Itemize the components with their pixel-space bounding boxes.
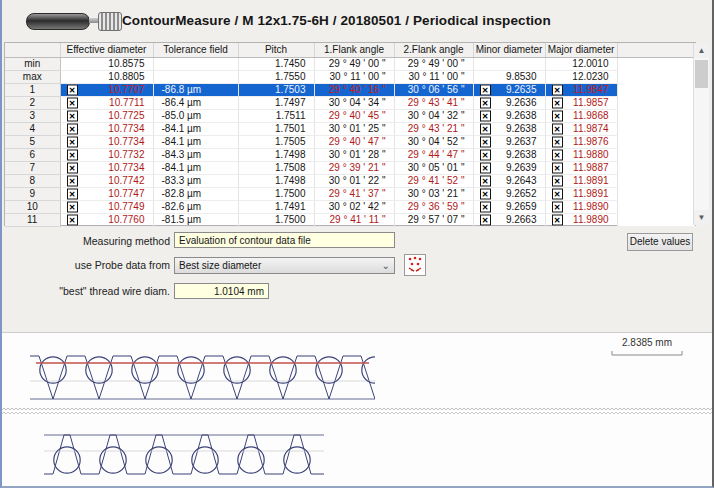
cell-major[interactable]: ✕11.9887 [545,161,617,174]
measured-checkbox[interactable]: ✕ [67,188,78,199]
cell-flank1[interactable]: 30 ° 01 ' 28 " [314,148,394,161]
measuring-method-input[interactable] [174,232,395,248]
table-row[interactable]: 11✕10.7760-81.5 µm1.750029 ° 41 ' 11 "29… [5,213,695,226]
table-row[interactable]: 5✕10.7734-84.1 µm1.750529 ° 40 ' 47 "30 … [5,135,695,148]
table-row[interactable]: 9✕10.7747-82.8 µm1.750029 ° 41 ' 37 "30 … [5,187,695,200]
cell-major[interactable]: ✕11.9890 [545,213,617,226]
cell-minor[interactable]: ✕9.2652 [473,187,545,200]
cell-flank2[interactable]: 29 ° 57 ' 07 " [394,213,473,226]
measured-checkbox[interactable]: ✕ [552,97,563,108]
measured-checkbox[interactable]: ✕ [480,84,491,95]
scrollbar-thumb[interactable] [695,60,708,88]
cell-pitch[interactable]: 1.7505 [238,135,314,148]
row-label[interactable]: 9 [5,187,60,200]
cell-pitch[interactable]: 1.7508 [238,161,314,174]
cell-flank1[interactable]: 30 ° 01 ' 22 " [314,174,394,187]
measured-checkbox[interactable]: ✕ [67,110,78,121]
column-header[interactable]: Minor diameter [473,43,545,57]
measured-checkbox[interactable]: ✕ [552,162,563,173]
cell-flank1[interactable]: 29 ° 49 ' 00 " [314,57,394,70]
cell-tolerance[interactable]: -84.3 µm [153,148,238,161]
measured-checkbox[interactable]: ✕ [552,110,563,121]
chevron-down-icon[interactable]: ⌄ [382,258,390,273]
cell-flank1[interactable]: 29 ° 40 ' 16 " [314,83,394,96]
cell-effective[interactable]: ✕10.7734 [60,161,153,174]
cell-minor[interactable]: ✕9.2659 [473,200,545,213]
table-row[interactable]: 4✕10.7734-84.1 µm1.750130 ° 01 ' 25 "29 … [5,122,695,135]
cell-tolerance[interactable]: -84.1 µm [153,135,238,148]
cell-major[interactable]: ✕11.9868 [545,109,617,122]
measured-checkbox[interactable]: ✕ [480,123,491,134]
table-row[interactable]: 10✕10.7749-82.6 µm1.749130 ° 02 ' 42 "29… [5,200,695,213]
cell-minor[interactable] [473,57,545,70]
column-header[interactable]: Major diameter [545,43,617,57]
column-header[interactable]: Pitch [238,43,314,57]
cell-pitch[interactable]: 1.7500 [238,213,314,226]
cell-flank2[interactable]: 30 ° 04 ' 52 " [394,135,473,148]
table-row[interactable]: 2✕10.7711-86.4 µm1.749730 ° 04 ' 34 "29 … [5,96,695,109]
cell-effective[interactable]: ✕10.7747 [60,187,153,200]
measured-checkbox[interactable]: ✕ [552,84,563,95]
measured-checkbox[interactable]: ✕ [552,214,563,225]
cell-pitch[interactable]: 1.7450 [238,57,314,70]
column-header[interactable]: Tolerance field [153,43,238,57]
cell-flank2[interactable]: 30 ° 11 ' 00 " [394,70,473,83]
measured-checkbox[interactable]: ✕ [480,149,491,160]
measured-checkbox[interactable]: ✕ [67,123,78,134]
row-label[interactable]: 6 [5,148,60,161]
cell-effective[interactable]: ✕10.7725 [60,109,153,122]
delete-values-button[interactable]: Delete values [627,233,693,251]
cell-tolerance[interactable]: -82.6 µm [153,200,238,213]
scroll-up-icon[interactable]: ▲ [694,43,709,58]
row-label[interactable]: max [5,70,60,83]
cell-major[interactable]: ✕11.9847 [545,83,617,96]
measured-checkbox[interactable]: ✕ [67,97,78,108]
column-header[interactable] [5,43,60,57]
cell-major[interactable]: ✕11.9891 [545,187,617,200]
column-header[interactable]: Effective diameter [60,43,153,57]
cell-flank1[interactable]: 29 ° 41 ' 11 " [314,213,394,226]
measured-checkbox[interactable]: ✕ [67,84,78,95]
cell-flank2[interactable]: 30 ° 04 ' 32 " [394,109,473,122]
cell-effective[interactable]: ✕10.7749 [60,200,153,213]
row-label[interactable]: 3 [5,109,60,122]
cell-effective[interactable]: ✕10.7742 [60,174,153,187]
cell-major[interactable]: ✕11.9891 [545,174,617,187]
cell-minor[interactable]: ✕9.2639 [473,161,545,174]
cell-minor[interactable]: ✕9.2643 [473,174,545,187]
cell-flank1[interactable]: 29 ° 40 ' 47 " [314,135,394,148]
cell-pitch[interactable]: 1.7550 [238,70,314,83]
measured-checkbox[interactable]: ✕ [67,149,78,160]
measured-checkbox[interactable]: ✕ [480,110,491,121]
cell-minor[interactable]: 9.8530 [473,70,545,83]
cell-effective[interactable]: ✕10.7707 [60,83,153,96]
cell-major[interactable]: ✕11.9857 [545,96,617,109]
cell-minor[interactable]: ✕9.2638 [473,109,545,122]
cell-tolerance[interactable] [153,57,238,70]
measured-checkbox[interactable]: ✕ [67,162,78,173]
measured-checkbox[interactable]: ✕ [67,214,78,225]
measured-checkbox[interactable]: ✕ [552,149,563,160]
cell-flank1[interactable]: 30 ° 01 ' 25 " [314,122,394,135]
cell-flank2[interactable]: 30 ° 05 ' 01 " [394,161,473,174]
cell-minor[interactable]: ✕9.2638 [473,148,545,161]
cell-flank1[interactable]: 30 ° 04 ' 34 " [314,96,394,109]
measured-checkbox[interactable]: ✕ [552,201,563,212]
measured-checkbox[interactable]: ✕ [552,188,563,199]
measured-checkbox[interactable]: ✕ [67,201,78,212]
cell-minor[interactable]: ✕9.2663 [473,213,545,226]
measured-checkbox[interactable]: ✕ [67,136,78,147]
cell-major[interactable]: ✕11.9876 [545,135,617,148]
column-header[interactable]: 2.Flank angle [394,43,473,57]
cell-flank1[interactable]: 30 ° 02 ' 42 " [314,200,394,213]
measured-checkbox[interactable]: ✕ [552,175,563,186]
cell-flank1[interactable]: 29 ° 40 ' 45 " [314,109,394,122]
cell-pitch[interactable]: 1.7511 [238,109,314,122]
cell-effective[interactable]: ✕10.7732 [60,148,153,161]
row-label[interactable]: 7 [5,161,60,174]
cell-pitch[interactable]: 1.7500 [238,187,314,200]
measured-checkbox[interactable]: ✕ [480,136,491,147]
table-row[interactable]: max10.88051.755030 ° 11 ' 00 "30 ° 11 ' … [5,70,695,83]
cell-flank2[interactable]: 30 ° 03 ' 21 " [394,187,473,200]
cell-tolerance[interactable]: -84.1 µm [153,122,238,135]
